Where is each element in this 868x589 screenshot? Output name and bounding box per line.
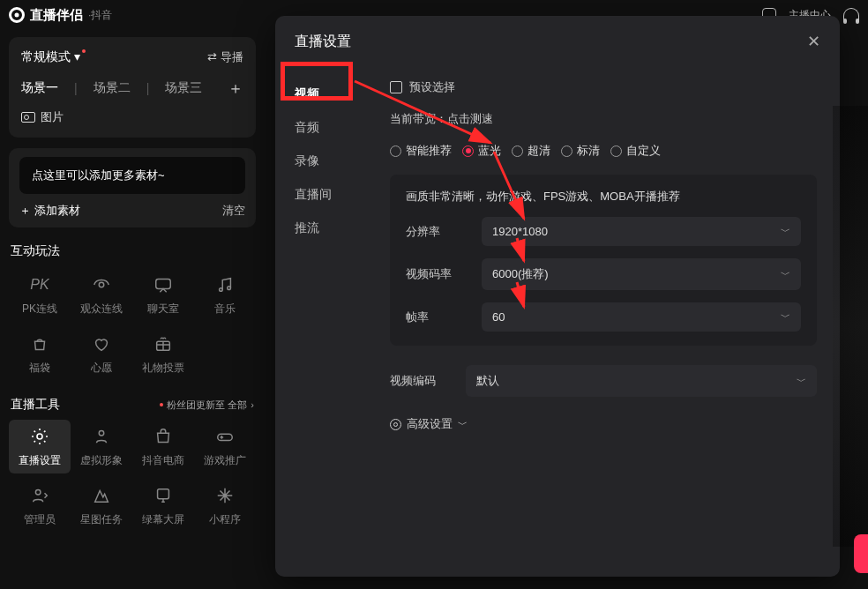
resolution-label: 分辨率 xyxy=(406,224,482,240)
tools-section-title: 直播工具 xyxy=(11,397,60,413)
svg-point-4 xyxy=(37,434,42,439)
interaction-pk[interactable]: PKPK连线 xyxy=(9,268,71,322)
tool-star-task[interactable]: 星图任务 xyxy=(71,479,132,533)
tool-game-promo[interactable]: 游戏推广 xyxy=(194,420,256,473)
interaction-fudai[interactable]: 福袋 xyxy=(9,327,71,381)
interaction-music[interactable]: 音乐 xyxy=(194,268,256,322)
modal-content: 预设选择 当前带宽：点击测速 智能推荐 蓝光 超清 标清 自定义 画质非常清晰，… xyxy=(379,63,840,577)
preset-select-row[interactable]: 预设选择 xyxy=(390,79,817,95)
fps-select[interactable]: 60﹀ xyxy=(482,302,801,332)
source-image-row[interactable]: 图片 xyxy=(21,109,243,125)
tool-virtual-avatar[interactable]: 虚拟形象 xyxy=(71,420,132,473)
tool-greenscreen[interactable]: 绿幕大屏 xyxy=(132,479,194,533)
modal-nav: 视频 音频 录像 直播间 推流 xyxy=(275,63,379,577)
advanced-settings-toggle[interactable]: 高级设置 ﹀ xyxy=(390,416,817,432)
fps-label: 帧率 xyxy=(406,309,482,325)
tool-live-settings[interactable]: 直播设置 xyxy=(9,420,71,473)
gear-icon xyxy=(390,419,401,430)
interaction-grid: PKPK连线 观众连线 聊天室 音乐 福袋 心愿 礼物投票 xyxy=(9,268,256,381)
scene-tabs: 场景一 | 场景二 | 场景三 ＋ xyxy=(21,78,243,99)
nav-record[interactable]: 录像 xyxy=(275,145,379,178)
quality-radio-group: 智能推荐 蓝光 超清 标清 自定义 xyxy=(390,143,817,159)
fans-update-link[interactable]: 粉丝团更新至 全部› xyxy=(160,399,254,412)
nav-room[interactable]: 直播间 xyxy=(275,178,379,212)
tools-header: 直播工具 粉丝团更新至 全部› xyxy=(11,397,254,413)
bitrate-select[interactable]: 6000(推荐)﹀ xyxy=(482,258,801,290)
chevron-down-icon: ﹀ xyxy=(797,375,806,388)
svg-rect-0 xyxy=(156,280,171,289)
svg-point-2 xyxy=(228,287,231,290)
quality-bluray[interactable]: 蓝光 xyxy=(462,143,501,159)
quality-description: 画质非常清晰，动作游戏、FPS游戏、MOBA开播推荐 xyxy=(406,189,801,205)
nav-audio[interactable]: 音频 xyxy=(275,111,379,145)
app-subtitle: ·抖音 xyxy=(88,8,112,23)
quality-sd[interactable]: 标清 xyxy=(561,143,600,159)
scene-card: 常规模式 ▾ ⇄ 导播 场景一 | 场景二 | 场景三 ＋ 图片 xyxy=(9,37,256,138)
tool-miniprogram[interactable]: 小程序 xyxy=(194,479,256,533)
scene-tab-1[interactable]: 场景一 xyxy=(21,80,58,96)
bitrate-label: 视频码率 xyxy=(406,266,482,282)
nav-push[interactable]: 推流 xyxy=(275,212,379,245)
bandwidth-test-link[interactable]: 点击测速 xyxy=(447,112,493,125)
interaction-giftvote[interactable]: 礼物投票 xyxy=(132,327,194,381)
encode-select[interactable]: 默认﹀ xyxy=(466,365,817,397)
svg-point-1 xyxy=(220,288,223,292)
add-source-card: 点这里可以添加更多素材~ ＋ 添加素材 清空 xyxy=(9,148,256,227)
resolution-select[interactable]: 1920*1080﹀ xyxy=(482,217,801,246)
interaction-wish[interactable]: 心愿 xyxy=(71,327,132,381)
modal-title: 直播设置 xyxy=(295,33,351,51)
background-preview-area xyxy=(833,106,868,547)
svg-rect-6 xyxy=(218,434,233,440)
svg-point-7 xyxy=(35,490,41,496)
sidebar: 常规模式 ▾ ⇄ 导播 场景一 | 场景二 | 场景三 ＋ 图片 点这里可以添加… xyxy=(9,37,256,533)
quality-custom[interactable]: 自定义 xyxy=(610,143,661,159)
svg-point-5 xyxy=(99,431,104,436)
nav-video[interactable]: 视频 xyxy=(275,78,379,111)
quality-smart[interactable]: 智能推荐 xyxy=(390,143,452,159)
chevron-down-icon: ﹀ xyxy=(781,268,790,281)
mode-label[interactable]: 常规模式 ▾ xyxy=(21,49,86,65)
interaction-audience[interactable]: 观众连线 xyxy=(71,268,132,322)
svg-rect-8 xyxy=(158,489,169,499)
quality-settings-box: 画质非常清晰，动作游戏、FPS游戏、MOBA开播推荐 分辨率 1920*1080… xyxy=(390,175,817,346)
close-button[interactable]: ✕ xyxy=(807,32,820,51)
image-icon xyxy=(21,112,35,123)
interaction-section-title: 互动玩法 xyxy=(11,243,254,259)
live-settings-modal: 直播设置 ✕ 视频 音频 录像 直播间 推流 预设选择 当前带宽：点击测速 智能… xyxy=(275,16,840,577)
clear-sources-button[interactable]: 清空 xyxy=(222,203,245,219)
chevron-down-icon: ﹀ xyxy=(781,310,790,324)
chevron-down-icon: ﹀ xyxy=(781,225,790,238)
app-title: 直播伴侣 xyxy=(30,7,83,24)
add-scene-button[interactable]: ＋ xyxy=(228,78,243,99)
background-action-button[interactable] xyxy=(854,534,868,573)
support-icon[interactable] xyxy=(843,8,859,22)
bandwidth-row: 当前带宽：点击测速 xyxy=(390,111,817,127)
quality-uhd[interactable]: 超清 xyxy=(512,143,550,159)
add-source-button[interactable]: ＋ 添加素材 xyxy=(19,203,80,219)
scene-tab-2[interactable]: 场景二 xyxy=(94,80,131,96)
scene-tab-3[interactable]: 场景三 xyxy=(165,80,202,96)
encode-label: 视频编码 xyxy=(390,373,466,389)
interaction-chatroom[interactable]: 聊天室 xyxy=(132,268,194,322)
preset-icon xyxy=(390,81,402,93)
director-toggle[interactable]: ⇄ 导播 xyxy=(207,49,243,65)
tool-ecommerce[interactable]: 抖音电商 xyxy=(132,420,194,473)
tools-grid: 直播设置 虚拟形象 抖音电商 游戏推广 管理员 星图任务 绿幕大屏 小程序 xyxy=(9,420,256,533)
tool-admin[interactable]: 管理员 xyxy=(9,479,71,533)
app-logo-icon xyxy=(9,7,25,23)
add-source-tip: 点这里可以添加更多素材~ xyxy=(19,157,245,194)
